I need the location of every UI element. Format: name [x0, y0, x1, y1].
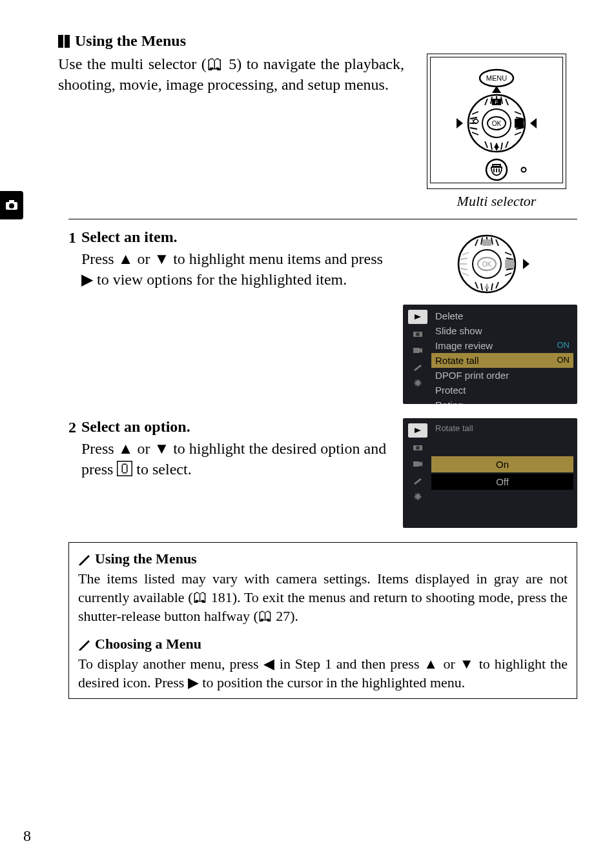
movie-tab-icon [408, 457, 427, 471]
svg-point-71 [416, 332, 420, 336]
intro-text: Use the multi selector (🕮 5) to navigate… [58, 54, 404, 210]
svg-line-24 [472, 132, 478, 135]
svg-line-20 [472, 112, 478, 114]
menu-item: Rating [431, 398, 573, 404]
svg-line-59 [505, 273, 511, 276]
svg-rect-65 [482, 239, 491, 246]
svg-line-54 [496, 282, 498, 288]
svg-line-46 [481, 237, 482, 245]
shooting-tab-icon [408, 327, 427, 341]
option-selected: On [431, 456, 573, 472]
note-title: Choosing a Menu [95, 634, 201, 653]
section-divider [68, 219, 577, 219]
page-number: 8 [23, 827, 31, 845]
heading-bullet-icon [58, 35, 70, 48]
multi-selector-diagram: MENU OK F [427, 54, 566, 189]
step-title: Select an item. [81, 228, 391, 246]
menu-screenshot: Delete Slide show Image reviewON Rotate … [403, 305, 577, 404]
svg-rect-32 [515, 119, 524, 128]
setup-tab-icon [408, 377, 427, 391]
svg-line-49 [496, 239, 498, 246]
menu-item: Slide show [431, 323, 573, 338]
svg-line-25 [515, 112, 521, 114]
svg-marker-68 [523, 259, 529, 269]
svg-line-26 [516, 117, 523, 119]
option-screenshot: Rotate tall On Off [403, 418, 577, 528]
svg-rect-66 [505, 259, 514, 268]
step-2: 2 Select an option. Press ▲ or ▼ to high… [58, 418, 577, 528]
section-heading: Using the Menus [75, 32, 186, 50]
setup-tab-icon [408, 490, 427, 505]
svg-text:F: F [495, 99, 498, 105]
pencil-icon [78, 552, 91, 565]
menu-item: Image reviewON [431, 338, 573, 353]
svg-line-13 [501, 97, 502, 104]
svg-line-16 [491, 143, 492, 150]
note-body: To display another menu, press ◀ in Step… [78, 654, 568, 692]
svg-line-10 [485, 99, 488, 105]
svg-line-19 [506, 141, 508, 148]
selector-right-diagram: OK [403, 228, 577, 299]
svg-text:OK: OK [492, 120, 502, 127]
retouch-tab-icon [408, 360, 427, 374]
step-number: 1 [68, 228, 76, 404]
svg-rect-77 [413, 461, 420, 467]
svg-line-28 [516, 128, 523, 129]
svg-line-56 [506, 258, 513, 259]
menu-item: Protect [431, 383, 573, 398]
step-text: Press ▲ or ▼ to highlight the desired op… [81, 438, 391, 480]
svg-marker-67 [484, 283, 489, 288]
svg-line-29 [515, 132, 521, 135]
retouch-tab-icon [408, 474, 427, 488]
svg-line-14 [506, 99, 508, 105]
option-item: Off [431, 474, 573, 490]
svg-marker-69 [415, 314, 421, 319]
side-tab [0, 191, 23, 219]
menu-item: DPOF print order [431, 368, 573, 383]
svg-text:MENU: MENU [486, 74, 507, 82]
svg-line-53 [491, 283, 493, 290]
svg-line-55 [505, 252, 511, 255]
option-title: Rotate tall [431, 422, 573, 437]
menu-item: Delete [431, 308, 573, 323]
svg-line-45 [475, 239, 478, 246]
svg-line-61 [460, 258, 467, 259]
svg-marker-38 [530, 118, 537, 128]
svg-line-51 [481, 283, 482, 290]
multi-selector-caption: Multi selector [457, 193, 537, 210]
svg-rect-34 [495, 146, 498, 149]
multi-selector-icon: MENU OK F [432, 59, 561, 181]
playback-tab-icon [408, 310, 427, 324]
svg-line-50 [475, 282, 478, 288]
svg-marker-37 [457, 118, 463, 128]
note-body: The items listed may vary with camera se… [78, 569, 568, 625]
step-text: Press ▲ or ▼ to highlight menu items and… [81, 248, 391, 290]
svg-marker-74 [415, 428, 421, 433]
svg-point-2 [9, 203, 14, 208]
playback-tab-icon [408, 423, 427, 438]
svg-line-58 [506, 268, 513, 270]
step-title: Select an option. [81, 418, 391, 436]
movie-tab-icon [408, 343, 427, 358]
svg-line-21 [470, 117, 477, 119]
svg-marker-78 [420, 461, 422, 467]
pencil-icon [78, 638, 91, 651]
note-box: Using the Menus The items listed may var… [68, 542, 577, 699]
svg-marker-73 [420, 348, 422, 353]
svg-point-76 [416, 446, 420, 450]
svg-line-11 [491, 97, 492, 104]
svg-line-64 [462, 273, 469, 276]
svg-line-63 [460, 268, 467, 270]
svg-text:OK: OK [482, 261, 492, 268]
svg-line-18 [501, 143, 502, 150]
shooting-tab-icon [408, 440, 427, 454]
svg-point-40 [522, 168, 526, 172]
svg-rect-1 [9, 200, 14, 203]
section-heading-row: Using the Menus [58, 32, 577, 50]
step-1: 1 Select an item. Press ▲ or ▼ to highli… [58, 228, 577, 404]
svg-rect-72 [413, 348, 420, 353]
camera-tab-icon [4, 197, 19, 213]
svg-line-23 [470, 128, 477, 129]
menu-item-highlighted: Rotate tallON [431, 353, 573, 368]
step-number: 2 [68, 418, 76, 528]
